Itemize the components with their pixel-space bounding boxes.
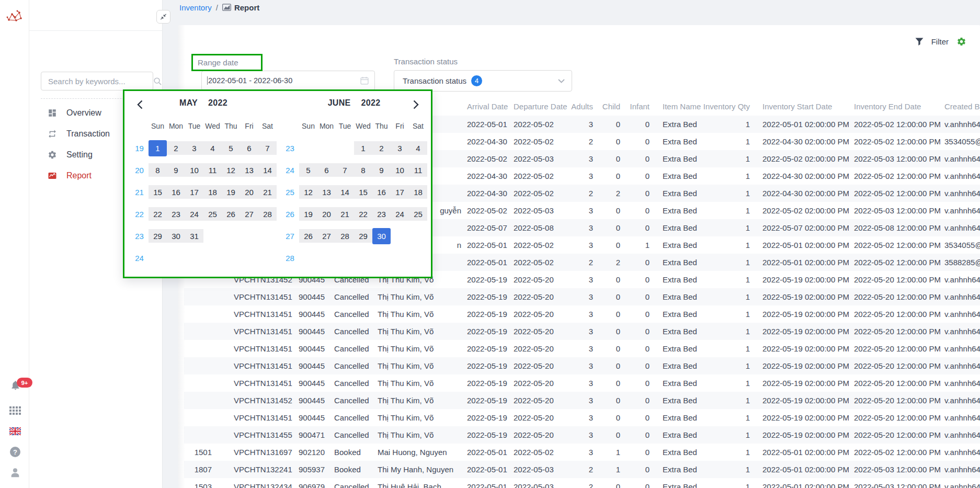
calendar-day[interactable]: 1 [149,140,167,156]
calendar-day[interactable]: 29 [149,229,167,243]
calendar-day[interactable]: 8 [149,163,167,177]
calendar-day[interactable]: 25 [409,207,427,221]
calendar-day[interactable]: 18 [409,185,427,199]
calendar-day[interactable]: 3 [185,141,203,155]
calendar-day[interactable]: 5 [222,141,240,155]
column-header-created[interactable]: Created By [944,98,980,114]
calendar-day[interactable]: 8 [354,163,372,177]
calendar-day[interactable]: 30 [167,229,185,243]
calendar-day[interactable]: 21 [258,185,277,199]
calendar-day[interactable]: 2 [372,141,391,155]
table-row[interactable]: 1503VPCHTN1324342906979CancelledThị Huệ … [184,478,980,488]
column-header-qty[interactable]: Inventory Qty [713,98,750,114]
calendar-day[interactable]: 28 [336,229,354,243]
calendar-day[interactable]: 9 [167,163,185,177]
calendar-day[interactable]: 13 [240,163,258,177]
calendar-day[interactable]: 9 [372,163,391,177]
calendar-day[interactable]: 20 [240,185,258,199]
filter-button[interactable]: Filter [931,37,949,46]
range-date-input[interactable]: 2022-05-01 - 2022-06-30 [201,71,375,90]
calendar-day[interactable]: 31 [185,229,203,243]
table-row[interactable]: VPCHTN1314515900445CancelledThị Thu Kim,… [184,357,980,374]
table-row[interactable]: VPCHTN1314519900445CancelledThị Thu Kim,… [184,323,980,340]
calendar-day[interactable]: 27 [317,229,336,243]
calendar-day[interactable]: 28 [258,207,277,221]
table-row[interactable]: VPCHTN1314514900445CancelledThị Thu Kim,… [184,409,980,426]
calendar-day[interactable]: 16 [167,185,185,199]
search-input[interactable] [47,76,153,86]
calendar-day[interactable]: 17 [185,185,203,199]
calendar-day[interactable]: 23 [167,207,185,221]
calendar-day[interactable]: 20 [317,207,336,221]
calendar-day[interactable]: 22 [149,207,167,221]
column-header-item[interactable]: Item Name [663,98,710,114]
calendar-day[interactable]: 5 [299,163,317,177]
column-header-infant[interactable]: Infant [626,98,649,114]
calendar-day[interactable]: 11 [203,163,222,177]
calendar-day[interactable]: 7 [258,141,277,155]
calendar-day[interactable]: 12 [222,163,240,177]
column-header-arrival[interactable]: Arrival Date [467,98,514,114]
calendar-day[interactable]: 30 [372,228,391,244]
calendar-day[interactable]: 29 [354,229,372,243]
cell-infant: 0 [626,478,649,488]
language-flag-icon[interactable] [9,425,21,437]
calendar-day[interactable]: 21 [336,207,354,221]
calendar-day[interactable]: 27 [240,207,258,221]
calendar-weekday-row: SunMonTueWedThuFriSat [130,118,277,134]
calendar-day[interactable]: 17 [391,185,409,199]
calendar-day[interactable]: 24 [391,207,409,221]
calendar-day[interactable]: 10 [391,163,409,177]
calendar-day[interactable]: 4 [203,141,222,155]
calendar-day[interactable]: 22 [354,207,372,221]
calendar-day[interactable]: 14 [258,163,277,177]
calendar-day[interactable]: 15 [149,185,167,199]
calendar-day[interactable]: 2 [167,141,185,155]
calendar-day[interactable]: 16 [372,185,391,199]
calendar-day[interactable]: 18 [203,185,222,199]
calendar-day[interactable]: 15 [354,185,372,199]
filter-icon[interactable] [915,38,924,46]
calendar-day[interactable]: 26 [222,207,240,221]
table-row[interactable]: 1807VPCHTN1322413905937BookedThi My Hanh… [184,461,980,478]
calendar-day[interactable]: 6 [240,141,258,155]
calendar-day[interactable]: 4 [409,141,427,155]
breadcrumb-link-inventory[interactable]: Inventory [179,3,212,12]
settings-gear-icon[interactable] [956,37,966,47]
table-row[interactable]: VPCHTN1314516900445CancelledThị Thu Kim,… [184,288,980,305]
column-header-child[interactable]: Child [597,98,620,114]
calendar-day[interactable]: 7 [336,163,354,177]
table-row[interactable]: 1501VPCHTN1316972902120BookedMai Huong, … [184,444,980,461]
calendar-day[interactable]: 10 [185,163,203,177]
calendar-day[interactable]: 19 [222,185,240,199]
table-row[interactable]: VPCHTN1314559900471CancelledThị Thu Kim,… [184,426,980,444]
table-row[interactable]: VPCHTN1314517900445CancelledThị Thu Kim,… [184,374,980,392]
table-row[interactable]: VPCHTN1314518900445CancelledThị Thu Kim,… [184,305,980,323]
table-row[interactable]: VPCHTN1314513900445CancelledThị Thu Kim,… [184,340,980,357]
column-header-departure[interactable]: Departure Date [514,98,566,114]
calendar-day[interactable]: 12 [299,185,317,199]
calendar-day[interactable]: 25 [203,207,222,221]
calendar-day[interactable]: 24 [185,207,203,221]
calendar-day[interactable]: 14 [336,185,354,199]
collapse-sidebar-button[interactable] [156,10,170,24]
calendar-day[interactable]: 6 [317,163,336,177]
column-header-start[interactable]: Inventory Start Date [762,98,849,114]
calendar-day[interactable]: 13 [317,185,336,199]
user-profile-icon[interactable] [9,466,21,479]
table-row[interactable]: VPCHTN1314521900445CancelledThị Thu Kim,… [184,392,980,409]
help-icon[interactable]: ? [9,446,21,458]
column-header-adults[interactable]: Adults [567,98,593,114]
dashboard-icon [47,108,57,118]
calendar-day[interactable]: 1 [354,141,372,155]
transaction-status-select[interactable]: Transaction status 4 [394,70,572,92]
calendar-day[interactable]: 3 [391,141,409,155]
column-header-end[interactable]: Inventory End Date [854,98,940,114]
calendar-day[interactable]: 11 [409,163,427,177]
cell-child: 0 [597,133,620,150]
collapse-icon [160,13,167,20]
calendar-day[interactable]: 26 [299,229,317,243]
calendar-day[interactable]: 19 [299,207,317,221]
calendar-day[interactable]: 23 [372,207,391,221]
apps-grid-icon[interactable] [9,404,21,417]
